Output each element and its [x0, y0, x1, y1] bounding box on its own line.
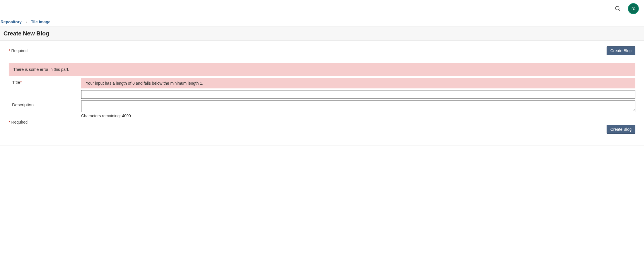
page-title-band: Create New Blog: [0, 27, 644, 41]
section-error-banner: There is some error in this part.: [9, 63, 635, 76]
required-legend-label-bottom: Required: [11, 120, 28, 124]
avatar-initials: ro: [631, 6, 635, 11]
content: * Required Create Blog There is some err…: [0, 41, 644, 145]
chars-remaining: Characters remaining: 4000: [81, 113, 635, 118]
svg-point-0: [616, 6, 619, 10]
required-legend-label: Required: [11, 48, 28, 53]
breadcrumb-item-tile-image[interactable]: Tile Image: [31, 20, 50, 24]
create-blog-button-bottom[interactable]: Create Blog: [607, 125, 635, 134]
required-legend-top: * Required: [9, 48, 28, 53]
required-legend-bottom: * Required: [9, 120, 28, 124]
search-icon[interactable]: [615, 5, 621, 12]
title-label: Title*: [9, 78, 81, 86]
title-label-text: Title: [12, 80, 20, 85]
breadcrumb-item-repository[interactable]: Repository: [1, 20, 22, 24]
chars-remaining-prefix: Characters remaining:: [81, 113, 122, 118]
required-row-top: * Required Create Blog: [9, 46, 635, 55]
section-error-text: There is some error in this part.: [13, 67, 69, 72]
description-label-text: Description: [12, 102, 34, 107]
required-asterisk: *: [9, 48, 10, 53]
breadcrumb: Repository Tile Image: [0, 17, 644, 27]
svg-line-1: [619, 10, 620, 11]
chars-remaining-value: 4000: [122, 113, 131, 118]
form-row-description: Description Characters remaining: 4000: [9, 101, 635, 118]
create-blog-button-top[interactable]: Create Blog: [607, 46, 635, 55]
title-error-text: Your input has a length of 0 and falls b…: [86, 81, 203, 86]
topbar: ro: [0, 0, 644, 17]
avatar[interactable]: ro: [628, 3, 639, 14]
title-error-banner: Your input has a length of 0 and falls b…: [81, 78, 635, 88]
chevron-right-icon: [24, 20, 28, 24]
description-label: Description: [9, 101, 81, 109]
required-row-bottom: * Required Create Blog: [9, 120, 635, 134]
required-asterisk: *: [9, 120, 10, 124]
description-textarea[interactable]: [81, 101, 635, 112]
title-input[interactable]: [81, 90, 635, 99]
page-title: Create New Blog: [3, 30, 641, 37]
required-asterisk: *: [20, 80, 22, 85]
form-row-title: Title* Your input has a length of 0 and …: [9, 78, 635, 99]
